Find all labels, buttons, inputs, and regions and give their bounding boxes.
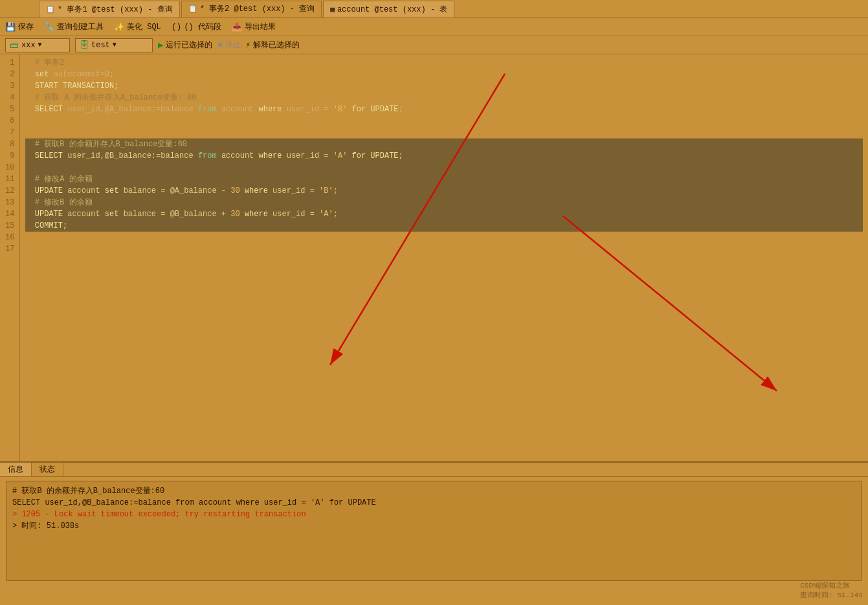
code-line-14: UPDATE account set balance = @B_balance …: [25, 208, 863, 220]
stop-label: 停止: [225, 39, 241, 50]
panel-content-box: # 获取B 的余额并存入B_balance变量:60 SELECT user_i…: [6, 481, 862, 581]
save-button[interactable]: 💾 保存: [5, 21, 34, 32]
query-toolbar: 🗃 xxx ▼ 🗄 test ▼ ▶ 运行已选择的 ■ 停止 ⚡ 解释已选择的: [0, 36, 868, 54]
code-line-9: SELECT user_id,@B_balance:=balance from …: [25, 150, 863, 162]
ln13: 13: [5, 197, 14, 208]
ln6: 6: [5, 115, 14, 127]
explain-icon: ⚡: [246, 40, 250, 50]
watermark-text: CSDN@探知之旅: [800, 580, 863, 590]
ln5: 5: [5, 104, 14, 115]
main-toolbar: 💾 保存 🔧 查询创建工具 ✨ 美化 SQL () () 代码段 📤 导出结果: [0, 18, 868, 36]
line-numbers: 1 2 3 4 5 6 7 8 9 10 11 12 13 14 15 16 1…: [0, 54, 20, 461]
ln1: 1: [5, 57, 14, 69]
code-line-12: UPDATE account set balance = @A_balance …: [25, 185, 863, 197]
db2-value: test: [91, 41, 110, 50]
stop-button[interactable]: ■ 停止: [217, 39, 240, 50]
code-line-7: [25, 127, 863, 138]
code-line-11: # 修改A 的余额: [25, 173, 863, 185]
db1-arrow: ▼: [38, 41, 42, 49]
code-line-15: COMMIT;: [25, 220, 863, 232]
ln10: 10: [5, 162, 14, 173]
code-snippet-icon: (): [172, 22, 182, 32]
code-line-2: set autocommit=0;: [25, 69, 863, 80]
export-label: 导出结果: [245, 21, 276, 32]
code-editor[interactable]: # 事务2 set autocommit=0; START TRANSACTIO…: [20, 54, 868, 461]
tab-transaction2[interactable]: 📋 * 事务2 @test (xxx) - 查询: [181, 1, 322, 17]
ln11: 11: [5, 173, 14, 185]
save-icon: 💾: [5, 22, 16, 32]
query-builder-icon: 🔧: [44, 22, 54, 32]
panel-content: # 获取B 的余额并存入B_balance变量:60 SELECT user_i…: [0, 477, 868, 591]
code-line-8: # 获取B 的余额并存入B_balance变量:60: [25, 138, 863, 150]
save-label: 保存: [18, 21, 34, 32]
tab1-icon: 📋: [46, 5, 55, 14]
explain-button[interactable]: ⚡ 解释已选择的: [246, 39, 300, 50]
ln3: 3: [5, 80, 14, 92]
code-line-4: # 获取 A 的余额并存入A_balance变量: 80: [25, 92, 863, 104]
code-line-17: [25, 243, 863, 255]
code-line-6: [25, 115, 863, 127]
panel-line-3: > 1205 - Lock wait timeout exceeded; try…: [12, 509, 856, 520]
tab2-icon: 📋: [188, 5, 197, 13]
tab-bar: 📋 * 事务1 @test (xxx) - 查询 📋 * 事务2 @test (…: [0, 0, 868, 18]
watermark: CSDN@探知之旅 查询时间: 51.14s: [800, 580, 863, 600]
db1-select[interactable]: 🗃 xxx ▼: [5, 38, 70, 52]
panel-tab-status[interactable]: 状态: [32, 463, 63, 476]
bottom-panel: 信息 状态 # 获取B 的余额并存入B_balance变量:60 SELECT …: [0, 461, 868, 591]
panel-tab-info[interactable]: 信息: [0, 463, 32, 476]
panel-line-1: # 获取B 的余额并存入B_balance变量:60: [12, 485, 856, 497]
beautify-label: 美化 SQL: [127, 21, 161, 32]
code-line-3: START TRANSACTION;: [25, 80, 863, 92]
stop-icon: ■: [217, 41, 222, 50]
ln15: 15: [5, 220, 14, 232]
ln17: 17: [5, 243, 14, 255]
panel-tab-bar: 信息 状态: [0, 463, 868, 477]
watermark-time: 查询时间: 51.14s: [800, 590, 863, 600]
tab3-icon: ▦: [330, 5, 335, 14]
run-button[interactable]: ▶ 运行已选择的: [158, 39, 212, 50]
code-line-5: SELECT user_id,@A_balance:=balance from …: [25, 104, 863, 115]
ln14: 14: [5, 208, 14, 220]
panel-line-4: > 时间: 51.038s: [12, 520, 856, 532]
ln4: 4: [5, 92, 14, 104]
run-icon: ▶: [158, 39, 163, 50]
db2-arrow: ▼: [113, 41, 117, 49]
tab-transaction1[interactable]: 📋 * 事务1 @test (xxx) - 查询: [39, 1, 180, 17]
beautify-button[interactable]: ✨ 美化 SQL: [114, 21, 161, 32]
ln16: 16: [5, 232, 14, 243]
code-snippet-button[interactable]: () () 代码段: [172, 21, 221, 32]
query-builder-button[interactable]: 🔧 查询创建工具: [44, 21, 104, 32]
export-button[interactable]: 📤 导出结果: [232, 21, 276, 32]
explain-label: 解释已选择的: [253, 39, 300, 50]
tab2-label: * 事务2 @test (xxx) - 查询: [200, 3, 315, 14]
panel-line-2: SELECT user_id,@B_balance:=balance from …: [12, 497, 856, 509]
code-line-16: [25, 232, 863, 243]
ln2: 2: [5, 69, 14, 80]
beautify-icon: ✨: [114, 22, 124, 32]
run-label: 运行已选择的: [166, 39, 212, 50]
code-line-13: # 修改B 的余额: [25, 197, 863, 208]
code-snippet-label: () 代码段: [184, 21, 221, 32]
ln8: 8: [5, 138, 14, 150]
panel-tab-info-label: 信息: [8, 465, 23, 474]
query-builder-label: 查询创建工具: [57, 21, 104, 32]
panel-tab-status-label: 状态: [39, 465, 55, 474]
tab3-label: account @test (xxx) - 表: [337, 4, 447, 15]
db1-value: xxx: [21, 41, 36, 50]
editor-container: 1 2 3 4 5 6 7 8 9 10 11 12 13 14 15 16 1…: [0, 54, 868, 461]
ln12: 12: [5, 185, 14, 197]
ln9: 9: [5, 150, 14, 162]
tab1-label: * 事务1 @test (xxx) - 查询: [58, 4, 173, 15]
code-line-10: [25, 162, 863, 173]
ln7: 7: [5, 127, 14, 138]
code-line-1: # 事务2: [25, 57, 863, 69]
export-icon: 📤: [232, 22, 242, 32]
db2-select[interactable]: 🗄 test ▼: [75, 38, 153, 52]
tab-account[interactable]: ▦ account @test (xxx) - 表: [323, 1, 454, 17]
